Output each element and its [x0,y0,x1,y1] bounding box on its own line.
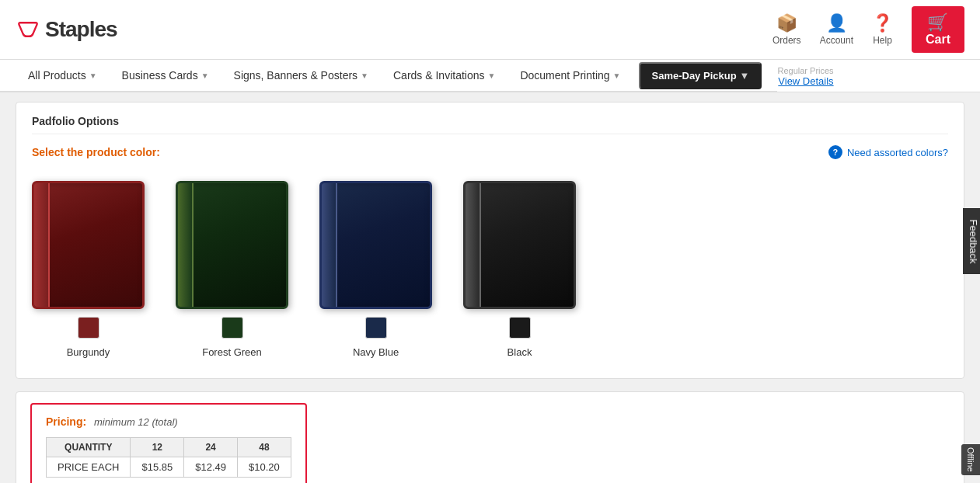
price-48: $10.20 [238,457,291,478]
offline-badge: Offline [961,444,980,475]
nav-document-printing[interactable]: Document Printing ▼ [507,60,633,91]
staples-logo-icon [16,20,40,39]
feedback-label: Feedback [968,219,979,263]
padfolio-options-card: Padfolio Options Select the product colo… [16,102,964,379]
nav-signs-banners[interactable]: Signs, Banners & Posters ▼ [221,60,381,91]
logo-link[interactable]: Staples [16,17,117,42]
color-name-burgundy: Burgundy [67,346,110,358]
account-link[interactable]: 👤 Account [820,13,853,46]
nav-cards-invitations[interactable]: Cards & Invitations ▼ [381,60,507,91]
color-swatch-forest-green [221,317,243,339]
color-option-black[interactable]: Black [463,181,576,358]
color-options: Burgundy Forest Green Navy Blue Black [32,173,948,366]
nav-pickup-label: Same-Day Pickup [651,70,736,82]
view-details-link[interactable]: View Details [777,75,833,87]
pricing-header: Pricing: minimum 12 (total) [46,415,291,428]
pricing-minimum: minimum 12 (total) [94,416,178,428]
nav-cards-invitations-label: Cards & Invitations [393,69,485,82]
nav-document-printing-label: Document Printing [520,69,609,82]
quantity-12: 12 [131,438,184,457]
account-icon: 👤 [826,13,847,33]
padfolio-image-black [463,181,576,309]
color-swatch-navy-blue [365,317,387,339]
nav-wrapper: All Products ▼ Business Cards ▼ Signs, B… [0,60,980,92]
color-option-navy-blue[interactable]: Navy Blue [319,181,432,358]
header-actions: 📦 Orders 👤 Account ❓ Help 🛒 Cart [772,6,964,53]
padfolio-image-burgundy [32,181,145,309]
orders-icon: 📦 [776,13,797,33]
main-nav: All Products ▼ Business Cards ▼ Signs, B… [0,60,777,92]
nav-same-day-pickup[interactable]: Same-Day Pickup ▼ [639,62,762,89]
padfolio-section-title: Padfolio Options [32,115,948,134]
help-circle-icon: ? [828,145,842,159]
chevron-down-icon: ▼ [89,71,97,80]
offline-label: Offline [966,447,975,472]
pricing-quantity-row: QUANTITY 12 24 48 [47,438,291,457]
help-link[interactable]: ❓ Help [872,13,893,46]
price-12: $15.85 [131,457,184,478]
padfolio-image-forest-green [176,181,288,309]
nav-all-products-label: All Products [28,69,86,82]
chevron-down-icon: ▼ [613,71,621,80]
color-name-navy-blue: Navy Blue [353,346,399,358]
chevron-down-icon: ▼ [201,71,209,80]
pricing-box: Pricing: minimum 12 (total) QUANTITY 12 … [30,403,307,483]
nav-all-products[interactable]: All Products ▼ [16,60,110,91]
page-header: Staples 📦 Orders 👤 Account ❓ Help 🛒 Cart [0,0,980,60]
pricing-table: QUANTITY 12 24 48 PRICE EACH $15.85 $12.… [46,437,291,478]
color-prompt-row: Select the product color: ? Need assorte… [32,145,948,159]
quantity-header: QUANTITY [47,438,131,457]
color-name-forest-green: Forest Green [202,346,262,358]
assorted-colors-label: Need assorted colors? [847,147,948,158]
content-wrapper: Padfolio Options Select the product colo… [0,92,980,483]
color-name-black: Black [507,346,532,358]
color-swatch-burgundy [78,317,99,339]
account-label: Account [820,35,853,46]
price-24: $12.49 [184,457,238,478]
orders-label: Orders [772,35,801,46]
chevron-down-icon: ▼ [361,71,368,80]
padfolio-image-navy-blue [319,181,432,309]
regular-prices-label: Regular Prices [777,66,833,75]
cart-label: Cart [926,33,950,47]
nav-signs-banners-label: Signs, Banners & Posters [234,69,358,82]
cart-icon: 🛒 [927,12,948,33]
assorted-colors-link[interactable]: ? Need assorted colors? [828,145,948,159]
color-prompt-label: Select the product color: [32,146,160,158]
color-swatch-black [509,317,531,339]
cart-button[interactable]: 🛒 Cart [912,6,964,53]
price-each-header: PRICE EACH [47,457,131,478]
orders-link[interactable]: 📦 Orders [772,13,801,46]
nav-business-cards-label: Business Cards [122,69,198,82]
help-label: Help [873,35,892,46]
nav-business-cards[interactable]: Business Cards ▼ [110,60,221,91]
pricing-card: Pricing: minimum 12 (total) QUANTITY 12 … [16,391,964,483]
pricing-price-row: PRICE EACH $15.85 $12.49 $10.20 [47,457,291,478]
quantity-24: 24 [184,438,238,457]
pricing-label: Pricing: [46,415,86,428]
color-option-forest-green[interactable]: Forest Green [176,181,288,358]
feedback-tab[interactable]: Feedback [963,208,980,274]
color-option-burgundy[interactable]: Burgundy [32,181,145,358]
logo-text: Staples [45,17,117,42]
help-icon: ❓ [872,13,893,33]
view-details-area: Regular Prices View Details [777,64,841,87]
chevron-down-icon: ▼ [740,70,750,82]
chevron-down-icon: ▼ [488,71,496,80]
quantity-48: 48 [238,438,291,457]
